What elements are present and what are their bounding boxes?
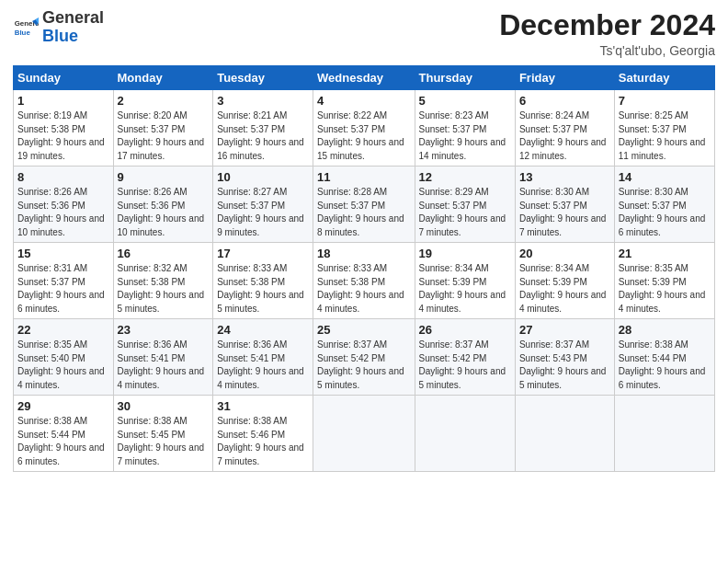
svg-text:Blue: Blue	[15, 29, 31, 37]
day-info: Sunrise: 8:34 AM Sunset: 5:39 PM Dayligh…	[419, 262, 511, 316]
calendar-week-row: 29 Sunrise: 8:38 AM Sunset: 5:44 PM Dayl…	[14, 396, 715, 472]
day-number: 14	[619, 170, 711, 184]
day-number: 19	[419, 247, 511, 260]
day-info: Sunrise: 8:37 AM Sunset: 5:42 PM Dayligh…	[419, 339, 511, 392]
calendar-cell: 16 Sunrise: 8:32 AM Sunset: 5:38 PM Dayl…	[113, 243, 213, 319]
page-container: General Blue General Blue December 2024 …	[0, 0, 728, 481]
calendar-cell: 18 Sunrise: 8:33 AM Sunset: 5:38 PM Dayl…	[313, 243, 415, 319]
weekday-header-tuesday: Tuesday	[213, 66, 313, 90]
calendar-cell: 2 Sunrise: 8:20 AM Sunset: 5:37 PM Dayli…	[113, 90, 213, 167]
calendar-cell: 28 Sunrise: 8:38 AM Sunset: 5:44 PM Dayl…	[614, 319, 714, 396]
day-info: Sunrise: 8:36 AM Sunset: 5:41 PM Dayligh…	[217, 339, 309, 392]
calendar-cell: 30 Sunrise: 8:38 AM Sunset: 5:45 PM Dayl…	[113, 396, 213, 472]
day-number: 25	[317, 323, 410, 337]
day-number: 13	[519, 170, 610, 184]
weekday-header-friday: Friday	[515, 66, 614, 90]
day-number: 26	[419, 323, 511, 337]
day-info: Sunrise: 8:35 AM Sunset: 5:39 PM Dayligh…	[619, 262, 711, 316]
day-info: Sunrise: 8:30 AM Sunset: 5:37 PM Dayligh…	[519, 186, 610, 239]
day-number: 12	[419, 170, 511, 184]
day-number: 20	[519, 247, 610, 260]
logo-icon: General Blue	[13, 15, 39, 40]
calendar-cell: 9 Sunrise: 8:26 AM Sunset: 5:36 PM Dayli…	[113, 167, 213, 243]
logo-text: General Blue	[42, 9, 104, 46]
calendar-week-row: 8 Sunrise: 8:26 AM Sunset: 5:36 PM Dayli…	[14, 167, 715, 243]
day-number: 4	[317, 94, 410, 108]
calendar-cell	[313, 396, 415, 472]
calendar-cell: 31 Sunrise: 8:38 AM Sunset: 5:46 PM Dayl…	[213, 396, 313, 472]
day-number: 10	[217, 170, 309, 184]
day-number: 17	[217, 247, 309, 260]
page-header: General Blue General Blue December 2024 …	[13, 9, 715, 58]
day-number: 15	[17, 247, 109, 260]
calendar-cell: 23 Sunrise: 8:36 AM Sunset: 5:41 PM Dayl…	[113, 319, 213, 396]
day-info: Sunrise: 8:27 AM Sunset: 5:37 PM Dayligh…	[217, 186, 309, 239]
day-info: Sunrise: 8:20 AM Sunset: 5:37 PM Dayligh…	[118, 109, 210, 163]
day-number: 18	[317, 247, 410, 260]
day-info: Sunrise: 8:31 AM Sunset: 5:37 PM Dayligh…	[17, 262, 109, 316]
day-number: 23	[118, 323, 210, 337]
calendar-cell	[415, 396, 515, 472]
day-info: Sunrise: 8:33 AM Sunset: 5:38 PM Dayligh…	[217, 262, 309, 316]
day-number: 21	[619, 247, 711, 260]
day-number: 29	[17, 399, 109, 413]
day-number: 16	[118, 247, 210, 260]
calendar-week-row: 15 Sunrise: 8:31 AM Sunset: 5:37 PM Dayl…	[14, 243, 715, 319]
calendar-cell: 1 Sunrise: 8:19 AM Sunset: 5:38 PM Dayli…	[14, 90, 114, 167]
calendar-cell: 13 Sunrise: 8:30 AM Sunset: 5:37 PM Dayl…	[515, 167, 614, 243]
calendar-cell: 6 Sunrise: 8:24 AM Sunset: 5:37 PM Dayli…	[515, 90, 614, 167]
weekday-header-saturday: Saturday	[614, 66, 714, 90]
day-info: Sunrise: 8:24 AM Sunset: 5:37 PM Dayligh…	[519, 109, 610, 163]
weekday-header-wednesday: Wednesday	[313, 66, 415, 90]
calendar-table: SundayMondayTuesdayWednesdayThursdayFrid…	[13, 65, 715, 472]
calendar-cell: 22 Sunrise: 8:35 AM Sunset: 5:40 PM Dayl…	[14, 319, 114, 396]
day-info: Sunrise: 8:21 AM Sunset: 5:37 PM Dayligh…	[217, 109, 309, 163]
calendar-cell: 27 Sunrise: 8:37 AM Sunset: 5:43 PM Dayl…	[515, 319, 614, 396]
calendar-cell: 5 Sunrise: 8:23 AM Sunset: 5:37 PM Dayli…	[415, 90, 515, 167]
day-number: 31	[217, 399, 309, 413]
day-number: 6	[519, 94, 610, 108]
title-block: December 2024 Ts'q'alt'ubo, Georgia	[499, 9, 715, 58]
day-number: 3	[217, 94, 309, 108]
calendar-cell	[515, 396, 614, 472]
day-info: Sunrise: 8:38 AM Sunset: 5:44 PM Dayligh…	[619, 339, 711, 392]
day-number: 27	[519, 323, 610, 337]
calendar-cell: 20 Sunrise: 8:34 AM Sunset: 5:39 PM Dayl…	[515, 243, 614, 319]
day-info: Sunrise: 8:35 AM Sunset: 5:40 PM Dayligh…	[17, 339, 109, 392]
calendar-cell: 24 Sunrise: 8:36 AM Sunset: 5:41 PM Dayl…	[213, 319, 313, 396]
day-number: 5	[419, 94, 511, 108]
logo: General Blue General Blue	[13, 9, 104, 46]
day-info: Sunrise: 8:34 AM Sunset: 5:39 PM Dayligh…	[519, 262, 610, 316]
day-info: Sunrise: 8:37 AM Sunset: 5:43 PM Dayligh…	[519, 339, 610, 392]
day-info: Sunrise: 8:30 AM Sunset: 5:37 PM Dayligh…	[619, 186, 711, 239]
day-info: Sunrise: 8:33 AM Sunset: 5:38 PM Dayligh…	[317, 262, 410, 316]
calendar-cell: 15 Sunrise: 8:31 AM Sunset: 5:37 PM Dayl…	[14, 243, 114, 319]
day-info: Sunrise: 8:23 AM Sunset: 5:37 PM Dayligh…	[419, 109, 511, 163]
calendar-header-row: SundayMondayTuesdayWednesdayThursdayFrid…	[14, 66, 715, 90]
calendar-cell: 11 Sunrise: 8:28 AM Sunset: 5:37 PM Dayl…	[313, 167, 415, 243]
day-number: 8	[17, 170, 109, 184]
day-info: Sunrise: 8:26 AM Sunset: 5:36 PM Dayligh…	[118, 186, 210, 239]
day-info: Sunrise: 8:26 AM Sunset: 5:36 PM Dayligh…	[17, 186, 109, 239]
calendar-cell: 4 Sunrise: 8:22 AM Sunset: 5:37 PM Dayli…	[313, 90, 415, 167]
day-info: Sunrise: 8:19 AM Sunset: 5:38 PM Dayligh…	[17, 109, 109, 163]
calendar-cell: 21 Sunrise: 8:35 AM Sunset: 5:39 PM Dayl…	[614, 243, 714, 319]
day-info: Sunrise: 8:37 AM Sunset: 5:42 PM Dayligh…	[317, 339, 410, 392]
calendar-cell: 10 Sunrise: 8:27 AM Sunset: 5:37 PM Dayl…	[213, 167, 313, 243]
calendar-cell: 29 Sunrise: 8:38 AM Sunset: 5:44 PM Dayl…	[14, 396, 114, 472]
calendar-cell: 8 Sunrise: 8:26 AM Sunset: 5:36 PM Dayli…	[14, 167, 114, 243]
day-number: 22	[17, 323, 109, 337]
calendar-cell: 26 Sunrise: 8:37 AM Sunset: 5:42 PM Dayl…	[415, 319, 515, 396]
weekday-header-monday: Monday	[113, 66, 213, 90]
day-info: Sunrise: 8:38 AM Sunset: 5:46 PM Dayligh…	[217, 415, 309, 468]
calendar-week-row: 22 Sunrise: 8:35 AM Sunset: 5:40 PM Dayl…	[14, 319, 715, 396]
day-info: Sunrise: 8:22 AM Sunset: 5:37 PM Dayligh…	[317, 109, 410, 163]
day-number: 7	[619, 94, 711, 108]
location: Ts'q'alt'ubo, Georgia	[499, 43, 715, 58]
calendar-cell: 3 Sunrise: 8:21 AM Sunset: 5:37 PM Dayli…	[213, 90, 313, 167]
calendar-week-row: 1 Sunrise: 8:19 AM Sunset: 5:38 PM Dayli…	[14, 90, 715, 167]
day-info: Sunrise: 8:28 AM Sunset: 5:37 PM Dayligh…	[317, 186, 410, 239]
day-number: 28	[619, 323, 711, 337]
day-number: 1	[17, 94, 109, 108]
day-info: Sunrise: 8:36 AM Sunset: 5:41 PM Dayligh…	[118, 339, 210, 392]
